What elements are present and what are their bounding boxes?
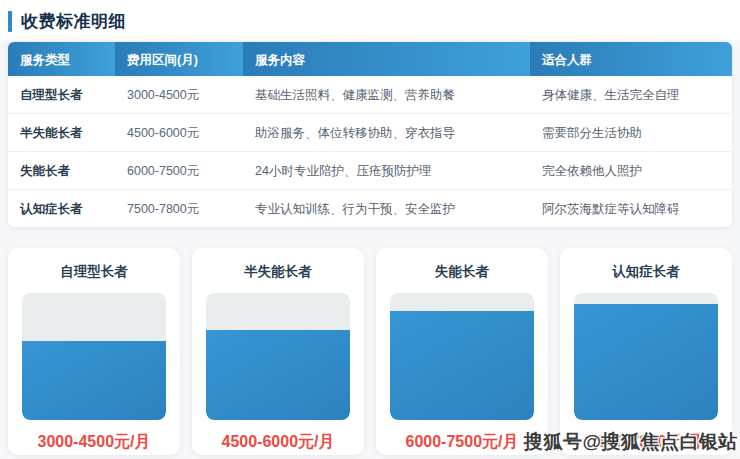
- card-price: 4500-6000元/月: [206, 432, 350, 453]
- header-row: 服务类型 费用区间(月) 服务内容 适合人群: [8, 42, 732, 76]
- price-card-self-care: 自理型长者 3000-4500元/月: [8, 248, 180, 455]
- cell-fee-range: 6000-7500元: [115, 152, 243, 189]
- cell-fee-range: 3000-4500元: [115, 76, 243, 113]
- cell-service-type: 认知症长者: [8, 190, 115, 227]
- cell-service-type: 失能长者: [8, 152, 115, 189]
- watermark-text: 搜狐号@搜狐焦点白银站: [524, 429, 738, 455]
- card-title: 失能长者: [390, 263, 534, 281]
- cell-service-type: 自理型长者: [8, 76, 115, 113]
- card-title: 认知症长者: [574, 263, 718, 281]
- page-header: 收费标准明细: [0, 0, 740, 42]
- cell-target-group: 完全依赖他人照护: [530, 152, 732, 189]
- price-card-semi-disabled: 半失能长者 4500-6000元/月: [192, 248, 364, 455]
- cell-service-content: 专业认知训练、行为干预、安全监护: [243, 190, 530, 227]
- bar-track: [390, 293, 534, 420]
- fee-table-header: 服务类型 费用区间(月) 服务内容 适合人群: [8, 42, 732, 76]
- table-row: 自理型长者 3000-4500元 基础生活照料、健康监测、营养助餐 身体健康、生…: [8, 76, 732, 113]
- table-row: 半失能长者 4500-6000元 助浴服务、体位转移协助、穿衣指导 需要部分生活…: [8, 113, 732, 151]
- card-price: 3000-4500元/月: [22, 432, 166, 453]
- cell-target-group: 阿尔茨海默症等认知障碍: [530, 190, 732, 227]
- cell-service-content: 助浴服务、体位转移协助、穿衣指导: [243, 114, 530, 151]
- bar-fill: [390, 311, 534, 420]
- fee-table-body: 自理型长者 3000-4500元 基础生活照料、健康监测、营养助餐 身体健康、生…: [8, 76, 732, 227]
- bar-fill: [206, 330, 350, 420]
- cell-fee-range: 7500-7800元: [115, 190, 243, 227]
- cell-fee-range: 4500-6000元: [115, 114, 243, 151]
- title-accent-bar: [8, 11, 12, 32]
- table-row: 失能长者 6000-7500元 24小时专业陪护、压疮预防护理 完全依赖他人照护: [8, 151, 732, 189]
- table-row: 认知症长者 7500-7800元 专业认知训练、行为干预、安全监护 阿尔茨海默症…: [8, 189, 732, 227]
- cell-service-content: 24小时专业陪护、压疮预防护理: [243, 152, 530, 189]
- price-cards: 自理型长者 3000-4500元/月 半失能长者 4500-6000元/月 失能…: [8, 248, 732, 455]
- cell-service-type: 半失能长者: [8, 114, 115, 151]
- card-title: 半失能长者: [206, 263, 350, 281]
- price-card-disabled: 失能长者 6000-7500元/月: [376, 248, 548, 455]
- cell-service-content: 基础生活照料、健康监测、营养助餐: [243, 76, 530, 113]
- page-title: 收费标准明细: [21, 10, 126, 33]
- card-title: 自理型长者: [22, 263, 166, 281]
- cell-target-group: 身体健康、生活完全自理: [530, 76, 732, 113]
- header-cell-target-group: 适合人群: [530, 42, 732, 76]
- bar-track: [206, 293, 350, 420]
- bar-track: [22, 293, 166, 420]
- card-price: 6000-7500元/月: [390, 432, 534, 453]
- bar-track: [574, 293, 718, 420]
- price-card-dementia: 认知症长者 7500-7800元/月: [560, 248, 732, 455]
- bar-fill: [22, 341, 166, 420]
- cell-target-group: 需要部分生活协助: [530, 114, 732, 151]
- header-cell-fee-range: 费用区间(月): [115, 42, 243, 76]
- fee-table: 服务类型 费用区间(月) 服务内容 适合人群 自理型长者 3000-4500元 …: [8, 42, 732, 227]
- header-cell-service-content: 服务内容: [243, 42, 530, 76]
- bar-fill: [574, 304, 718, 420]
- header-cell-service-type: 服务类型: [8, 42, 115, 76]
